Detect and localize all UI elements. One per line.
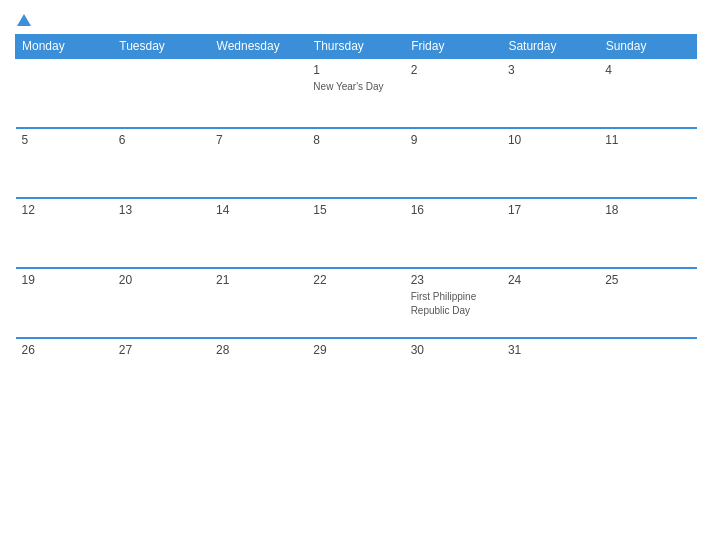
calendar-cell: 12: [16, 198, 113, 268]
day-number: 26: [22, 343, 107, 357]
day-number: 20: [119, 273, 204, 287]
calendar-cell: 4: [599, 58, 696, 128]
day-number: 29: [313, 343, 398, 357]
day-number: 21: [216, 273, 301, 287]
logo-triangle-icon: [17, 14, 31, 26]
calendar-cell: 25: [599, 268, 696, 338]
weekday-header-saturday: Saturday: [502, 34, 599, 58]
calendar-cell: 28: [210, 338, 307, 408]
weekday-header-friday: Friday: [405, 34, 502, 58]
calendar-body: 1New Year's Day2345678910111213141516171…: [16, 58, 697, 408]
day-number: 27: [119, 343, 204, 357]
calendar-cell: 2: [405, 58, 502, 128]
day-number: 16: [411, 203, 496, 217]
day-number: 3: [508, 63, 593, 77]
calendar-cell: 13: [113, 198, 210, 268]
calendar-cell: 24: [502, 268, 599, 338]
day-number: 2: [411, 63, 496, 77]
calendar-table: MondayTuesdayWednesdayThursdayFridaySatu…: [15, 34, 697, 408]
logo: [15, 10, 31, 28]
calendar-cell: 14: [210, 198, 307, 268]
day-number: 10: [508, 133, 593, 147]
day-number: 14: [216, 203, 301, 217]
calendar-cell: 30: [405, 338, 502, 408]
day-number: 1: [313, 63, 398, 77]
calendar-week-3: 12131415161718: [16, 198, 697, 268]
calendar-cell: 15: [307, 198, 404, 268]
calendar-week-1: 1New Year's Day234: [16, 58, 697, 128]
calendar-cell: 17: [502, 198, 599, 268]
calendar-cell: 9: [405, 128, 502, 198]
day-number: 28: [216, 343, 301, 357]
day-number: 6: [119, 133, 204, 147]
calendar-cell: 23First Philippine Republic Day: [405, 268, 502, 338]
calendar-cell: 27: [113, 338, 210, 408]
calendar-cell: [599, 338, 696, 408]
calendar-cell: 10: [502, 128, 599, 198]
calendar-week-2: 567891011: [16, 128, 697, 198]
day-number: 24: [508, 273, 593, 287]
calendar-week-4: 1920212223First Philippine Republic Day2…: [16, 268, 697, 338]
day-number: 23: [411, 273, 496, 287]
calendar-cell: [16, 58, 113, 128]
day-number: 25: [605, 273, 690, 287]
calendar-cell: 20: [113, 268, 210, 338]
calendar-cell: 26: [16, 338, 113, 408]
weekday-header-tuesday: Tuesday: [113, 34, 210, 58]
day-number: 13: [119, 203, 204, 217]
calendar-cell: [210, 58, 307, 128]
calendar-cell: 8: [307, 128, 404, 198]
weekday-header-wednesday: Wednesday: [210, 34, 307, 58]
day-number: 18: [605, 203, 690, 217]
day-number: 9: [411, 133, 496, 147]
day-number: 15: [313, 203, 398, 217]
weekday-header-row: MondayTuesdayWednesdayThursdayFridaySatu…: [16, 34, 697, 58]
weekday-header-sunday: Sunday: [599, 34, 696, 58]
calendar-page: MondayTuesdayWednesdayThursdayFridaySatu…: [0, 0, 712, 550]
calendar-cell: 16: [405, 198, 502, 268]
day-number: 19: [22, 273, 107, 287]
calendar-cell: [113, 58, 210, 128]
calendar-cell: 18: [599, 198, 696, 268]
calendar-cell: 21: [210, 268, 307, 338]
calendar-cell: 5: [16, 128, 113, 198]
day-number: 12: [22, 203, 107, 217]
calendar-cell: 6: [113, 128, 210, 198]
day-number: 4: [605, 63, 690, 77]
calendar-cell: 22: [307, 268, 404, 338]
holiday-label: First Philippine Republic Day: [411, 291, 477, 316]
calendar-cell: 3: [502, 58, 599, 128]
calendar-cell: 1New Year's Day: [307, 58, 404, 128]
day-number: 30: [411, 343, 496, 357]
day-number: 7: [216, 133, 301, 147]
header: [15, 10, 697, 28]
calendar-cell: 7: [210, 128, 307, 198]
day-number: 31: [508, 343, 593, 357]
day-number: 5: [22, 133, 107, 147]
day-number: 11: [605, 133, 690, 147]
day-number: 8: [313, 133, 398, 147]
day-number: 22: [313, 273, 398, 287]
weekday-header-monday: Monday: [16, 34, 113, 58]
calendar-cell: 31: [502, 338, 599, 408]
weekday-header-thursday: Thursday: [307, 34, 404, 58]
holiday-label: New Year's Day: [313, 81, 383, 92]
calendar-header: MondayTuesdayWednesdayThursdayFridaySatu…: [16, 34, 697, 58]
calendar-cell: 11: [599, 128, 696, 198]
logo-general-row: [15, 10, 31, 28]
day-number: 17: [508, 203, 593, 217]
calendar-cell: 19: [16, 268, 113, 338]
calendar-cell: 29: [307, 338, 404, 408]
calendar-week-5: 262728293031: [16, 338, 697, 408]
